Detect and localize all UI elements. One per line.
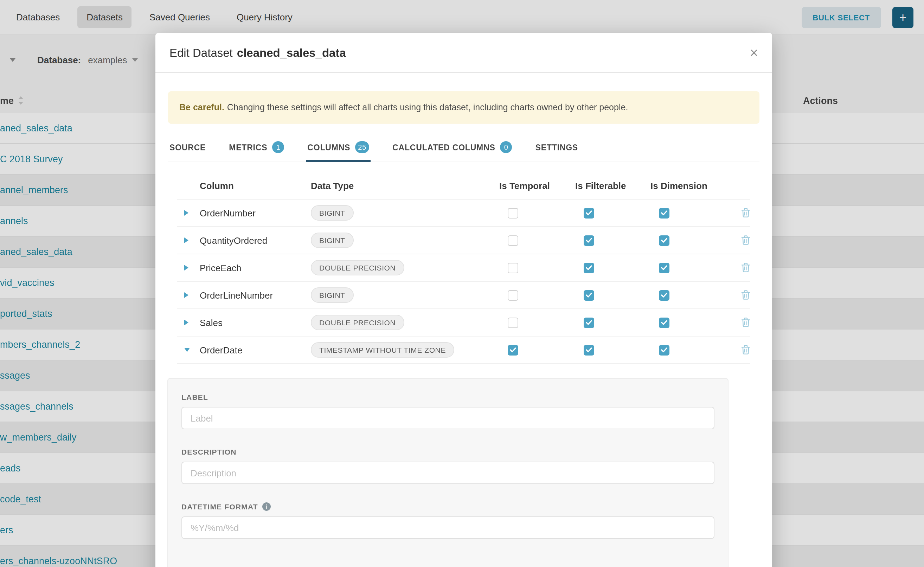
header-column: Column [200,181,311,191]
tab-label: COLUMNS [307,143,350,152]
check-icon [586,210,592,216]
check-icon [586,320,592,325]
tab-label: METRICS [229,143,267,152]
check-icon [661,210,667,216]
data-type-pill: BIGINT [311,232,354,248]
label-input[interactable] [181,407,715,429]
check-icon [586,237,592,243]
data-type-pill: DOUBLE PRECISION [311,315,404,330]
tab-settings[interactable]: SETTINGS [534,136,579,162]
expand-caret-icon[interactable] [184,292,188,298]
modal-title-prefix: Edit Dataset [170,46,233,58]
is-filterable-checkbox[interactable] [584,262,594,273]
column-name: PriceEach [200,262,311,273]
delete-icon[interactable] [741,208,750,218]
description-field-group: DESCRIPTION [181,447,715,484]
delete-icon[interactable] [741,236,750,245]
is-dimension-checkbox[interactable] [659,208,670,218]
collapse-caret-icon[interactable] [184,348,190,352]
label-field-label-text: LABEL [181,393,208,401]
tab-label: SOURCE [170,143,206,152]
is-dimension-checkbox[interactable] [659,345,670,355]
tab-source[interactable]: SOURCE [168,136,207,162]
close-icon[interactable]: × [750,46,758,60]
screen: DatabasesDatasetsSaved QueriesQuery Hist… [0,0,924,567]
check-icon [661,347,667,353]
header-data-type: Data Type [311,181,499,191]
data-type-pill: BIGINT [311,205,354,220]
data-type-pill: TIMESTAMP WITHOUT TIME ZONE [311,342,454,358]
description-field-label-text: DESCRIPTION [181,447,236,456]
column-name: OrderLineNumber [200,290,311,300]
is-filterable-checkbox[interactable] [584,235,594,246]
columns-table-header: Column Data Type Is Temporal Is Filterab… [177,173,750,200]
tab-count-badge: 0 [500,141,512,153]
is-temporal-checkbox[interactable] [508,317,518,328]
is-temporal-checkbox[interactable] [508,345,518,355]
tab-metrics[interactable]: METRICS1 [227,136,286,162]
tab-count-badge: 25 [355,141,369,153]
column-row: PriceEachDOUBLE PRECISION [177,254,750,282]
warning-banner: Be careful.Changing these settings will … [168,92,760,124]
tab-columns[interactable]: COLUMNS25 [306,136,370,162]
is-temporal-checkbox[interactable] [508,262,518,273]
warning-banner-text: Changing these settings will affect all … [227,103,628,112]
label-field-group: LABEL [181,393,715,429]
tab-label: CALCULATED COLUMNS [393,143,495,152]
column-row: OrderLineNumberBIGINT [177,282,750,309]
description-field-label: DESCRIPTION [181,447,715,456]
datetime-format-label-text: DATETIME FORMAT [181,502,258,511]
delete-icon[interactable] [741,318,750,327]
check-icon [661,265,667,270]
columns-table: Column Data Type Is Temporal Is Filterab… [177,173,750,364]
is-temporal-checkbox[interactable] [508,208,518,218]
modal-title-dataset-name: cleaned_sales_data [237,46,346,58]
column-name: QuantityOrdered [200,235,311,246]
column-row: OrderNumberBIGINT [177,200,750,227]
check-icon [661,292,667,298]
check-icon [586,292,592,298]
is-dimension-checkbox[interactable] [659,262,670,273]
column-detail-panel: LABEL DESCRIPTION DATETIME FORMAT i [167,378,728,567]
modal-title: Edit Datasetcleaned_sales_data [170,46,346,59]
is-temporal-checkbox[interactable] [508,290,518,300]
modal-tabs: SOURCEMETRICS1COLUMNS25CALCULATED COLUMN… [168,136,760,162]
check-icon [661,320,667,325]
description-input[interactable] [181,462,715,484]
data-type-pill: DOUBLE PRECISION [311,260,404,275]
is-filterable-checkbox[interactable] [584,317,594,328]
delete-icon[interactable] [741,345,750,355]
tab-count-badge: 1 [272,141,284,153]
column-row: QuantityOrderedBIGINT [177,227,750,254]
edit-dataset-modal: Edit Datasetcleaned_sales_data × Be care… [155,33,772,567]
column-name: Sales [200,317,311,328]
datetime-format-input[interactable] [181,516,715,539]
is-filterable-checkbox[interactable] [584,290,594,300]
is-filterable-checkbox[interactable] [584,345,594,355]
is-temporal-checkbox[interactable] [508,235,518,246]
data-type-pill: BIGINT [311,287,354,303]
expand-caret-icon[interactable] [184,320,188,325]
column-name: OrderNumber [200,208,311,218]
check-icon [510,347,516,353]
check-icon [586,347,592,353]
expand-caret-icon[interactable] [184,210,188,216]
viewport: DatabasesDatasetsSaved QueriesQuery Hist… [0,0,924,567]
is-dimension-checkbox[interactable] [659,290,670,300]
delete-icon[interactable] [741,290,750,300]
tab-calculated-columns[interactable]: CALCULATED COLUMNS0 [391,136,514,162]
is-dimension-checkbox[interactable] [659,235,670,246]
check-icon [661,237,667,243]
check-icon [586,265,592,270]
is-filterable-checkbox[interactable] [584,208,594,218]
expand-caret-icon[interactable] [184,237,188,243]
expand-caret-icon[interactable] [184,265,188,270]
info-icon[interactable]: i [262,502,271,511]
label-field-label: LABEL [181,393,715,401]
delete-icon[interactable] [741,263,750,273]
datetime-format-field-group: DATETIME FORMAT i [181,502,715,539]
is-dimension-checkbox[interactable] [659,317,670,328]
datetime-format-field-label: DATETIME FORMAT i [181,502,715,511]
modal-header: Edit Datasetcleaned_sales_data × [155,33,772,73]
column-row: SalesDOUBLE PRECISION [177,309,750,336]
